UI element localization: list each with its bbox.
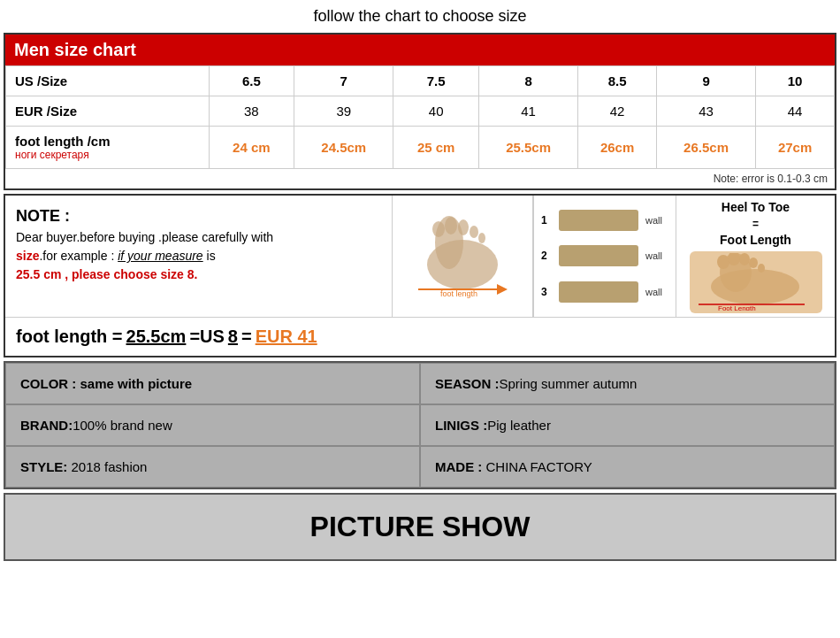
picture-show-section: PICTURE SHOW bbox=[4, 493, 836, 561]
step-img-3 bbox=[559, 281, 638, 303]
eur-label: EUR /Size bbox=[6, 96, 210, 127]
table-row: foot length /cm ноги секретаря 24 cm 24.… bbox=[6, 127, 835, 169]
step-wall-2: wall bbox=[645, 250, 662, 261]
note-right-panel: 1 wall 2 wall 3 wall Heel To To bbox=[533, 196, 835, 317]
step-img-1 bbox=[559, 210, 638, 231]
col-header-9: 9 bbox=[656, 66, 755, 96]
info-label-color: COLOR : same with picture bbox=[20, 376, 192, 391]
col-header-8: 8 bbox=[478, 66, 577, 96]
step-num-1: 1 bbox=[541, 214, 559, 227]
col-header-7: 7 bbox=[294, 66, 393, 96]
picture-show-title: PICTURE SHOW bbox=[21, 511, 819, 543]
info-cell-style: STYLE: 2018 fashion bbox=[5, 446, 420, 488]
svg-point-3 bbox=[445, 217, 457, 234]
step-num-2: 2 bbox=[541, 250, 559, 262]
size-chart-heading: Men size chart bbox=[5, 35, 835, 65]
foot-26: 26cm bbox=[578, 127, 657, 169]
eur-41: 41 bbox=[478, 96, 577, 127]
foot-diagram-svg: foot length bbox=[405, 211, 520, 300]
info-cell-linigs: LINIGS :Pig leather bbox=[420, 404, 835, 446]
diagram-steps: 1 wall 2 wall 3 wall bbox=[534, 196, 676, 317]
svg-text:Foot Length: Foot Length bbox=[718, 304, 756, 311]
step-wall-3: wall bbox=[645, 287, 662, 297]
heel-to-toe-text: Heel To Toe = Foot Length bbox=[720, 199, 791, 248]
note-content-row: NOTE : Dear buyer.before buying .please … bbox=[5, 196, 835, 318]
heel-foot-img: Foot Length bbox=[690, 251, 822, 313]
size-chart-section: Men size chart US /Size 6.5 7 7.5 8 8.5 … bbox=[4, 33, 836, 190]
col-header-10: 10 bbox=[756, 66, 835, 96]
note-size-bold: size bbox=[16, 249, 39, 263]
col-header-75: 7.5 bbox=[393, 66, 479, 96]
foot-label: foot length /cm ноги секретаря bbox=[6, 127, 210, 169]
formula-text: foot length = bbox=[16, 327, 123, 347]
note-diagram-middle: foot length bbox=[392, 196, 533, 317]
info-cell-made: MADE : CHINA FACTORY bbox=[420, 446, 835, 488]
col-header-85: 8.5 bbox=[578, 66, 657, 96]
step-wall-1: wall bbox=[645, 215, 662, 226]
note-measure-link: if your measure bbox=[118, 249, 202, 263]
note-text-block: NOTE : Dear buyer.before buying .please … bbox=[5, 196, 392, 317]
diagram-step-3: 3 wall bbox=[541, 281, 668, 303]
svg-point-15 bbox=[749, 258, 758, 268]
eur-42: 42 bbox=[578, 96, 657, 127]
svg-point-5 bbox=[470, 226, 478, 238]
formula-255: 25.5cm bbox=[126, 327, 187, 347]
formula-us8: 8 bbox=[228, 327, 238, 347]
note-body: Dear buyer.before buying .please careful… bbox=[16, 228, 381, 284]
info-cell-brand: BRAND:100% brand new bbox=[5, 404, 420, 446]
note-error: Note: error is 0.1-0.3 cm bbox=[5, 169, 835, 188]
heel-foot-svg: Foot Length bbox=[691, 253, 820, 311]
foot-25: 25 cm bbox=[393, 127, 479, 169]
formula-eq2: = bbox=[241, 327, 252, 347]
col-header-65: 6.5 bbox=[209, 66, 294, 96]
table-row: EUR /Size 38 39 40 41 42 43 44 bbox=[6, 96, 835, 127]
size-table: US /Size 6.5 7 7.5 8 8.5 9 10 EUR /Size … bbox=[5, 65, 835, 169]
foot-255: 25.5cm bbox=[478, 127, 577, 169]
info-label-linigs: LINIGS : bbox=[435, 418, 487, 433]
info-value-linigs: Pig leather bbox=[487, 418, 551, 433]
info-cell-season: SEASON :Spring summer autumn bbox=[420, 363, 835, 404]
table-row: US /Size 6.5 7 7.5 8 8.5 9 10 bbox=[6, 66, 835, 96]
foot-24: 24 cm bbox=[209, 127, 294, 169]
col-header-label: US /Size bbox=[6, 66, 210, 96]
formula-eq1: =US bbox=[189, 327, 224, 347]
info-label-season: SEASON : bbox=[435, 376, 500, 391]
info-value-brand: 100% brand new bbox=[73, 418, 172, 433]
formula-eur: EUR 41 bbox=[256, 327, 317, 347]
step-num-3: 3 bbox=[541, 286, 559, 298]
eur-44: 44 bbox=[756, 96, 835, 127]
note-line1: Dear buyer.before buying .please careful… bbox=[16, 230, 273, 244]
svg-point-12 bbox=[717, 255, 729, 269]
foot-27: 27cm bbox=[756, 127, 835, 169]
eur-38: 38 bbox=[209, 96, 294, 127]
eur-40: 40 bbox=[393, 96, 479, 127]
info-cell-color: COLOR : same with picture bbox=[5, 363, 420, 404]
note-is: is bbox=[203, 249, 216, 263]
info-label-made: MADE : bbox=[435, 459, 486, 474]
diagram-step-1: 1 wall bbox=[541, 210, 668, 231]
info-value-season: Spring summer autumn bbox=[500, 376, 638, 391]
foot-265: 26.5cm bbox=[656, 127, 755, 169]
svg-point-16 bbox=[758, 264, 765, 273]
note-line2a: .for example : bbox=[39, 249, 118, 263]
svg-point-14 bbox=[739, 253, 750, 265]
note-conclusion: 25.5 cm , please choose size 8. bbox=[16, 267, 197, 281]
info-value-made: CHINA FACTORY bbox=[486, 459, 592, 474]
svg-point-2 bbox=[432, 221, 445, 237]
eur-39: 39 bbox=[294, 96, 393, 127]
foot-245: 24.5cm bbox=[294, 127, 393, 169]
svg-point-6 bbox=[478, 233, 485, 243]
diagram-step-2: 2 wall bbox=[541, 245, 668, 266]
info-grid: COLOR : same with picture SEASON :Spring… bbox=[4, 361, 836, 489]
info-label-brand: BRAND: bbox=[20, 418, 73, 433]
eur-43: 43 bbox=[656, 96, 755, 127]
svg-point-4 bbox=[458, 219, 469, 235]
heel-to-toe-diagram: Heel To Toe = Foot Length Foot Leng bbox=[676, 196, 835, 317]
svg-text:foot length: foot length bbox=[440, 289, 477, 298]
note-label: NOTE : bbox=[16, 204, 381, 228]
formula-row: foot length = 25.5cm =US 8 = EUR 41 bbox=[5, 318, 835, 356]
info-value-style: 2018 fashion bbox=[72, 459, 148, 474]
page-title: follow the chart to choose size bbox=[0, 0, 840, 33]
step-img-2 bbox=[559, 245, 638, 266]
note-section: NOTE : Dear buyer.before buying .please … bbox=[4, 194, 836, 357]
